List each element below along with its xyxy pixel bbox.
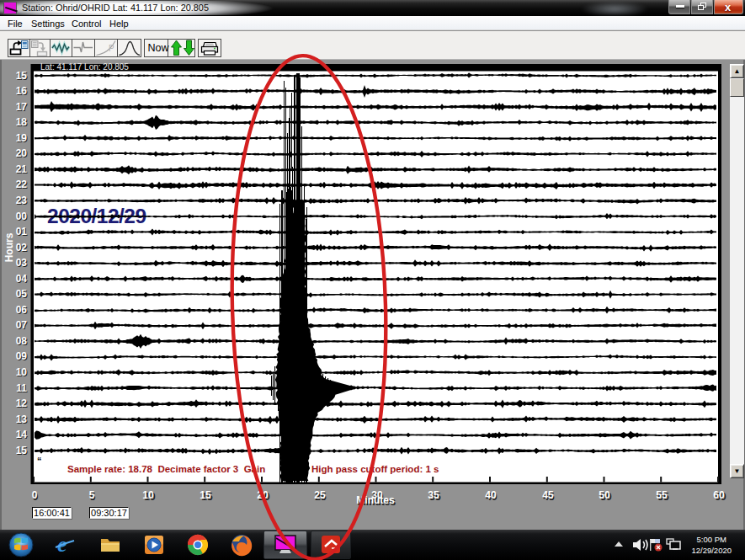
svg-text:Sample rate: 18.78 Decimate f: Sample rate: 18.78 Decimate factor 3 Gai… <box>67 464 265 474</box>
svg-text:Lat: 41.117 Lon: 20.805: Lat: 41.117 Lon: 20.805 <box>40 62 129 72</box>
svg-text:Minutes: Minutes <box>356 494 395 506</box>
svg-text:02: 02 <box>16 242 28 253</box>
svg-text:22: 22 <box>16 179 28 190</box>
svg-text:07: 07 <box>16 319 28 331</box>
svg-text:01: 01 <box>16 226 28 237</box>
svg-text:23: 23 <box>16 195 28 206</box>
svg-text:03: 03 <box>16 257 28 269</box>
svg-text:10: 10 <box>142 489 154 501</box>
svg-text:“: “ <box>37 456 42 466</box>
svg-text:17: 17 <box>16 101 28 113</box>
svg-text:15: 15 <box>16 445 28 456</box>
svg-text:45: 45 <box>542 489 554 501</box>
svg-text:15: 15 <box>200 489 211 501</box>
svg-text:18: 18 <box>16 116 28 128</box>
svg-text:High pass cutoff period: 1 s: High pass cutoff period: 1 s <box>311 464 439 474</box>
svg-text:50: 50 <box>599 489 610 501</box>
svg-text:08: 08 <box>16 335 28 347</box>
svg-text:15: 15 <box>16 70 28 82</box>
svg-text:19: 19 <box>16 132 28 144</box>
svg-text:40: 40 <box>485 489 497 501</box>
svg-text:12: 12 <box>16 397 28 409</box>
svg-text:05: 05 <box>16 288 28 300</box>
svg-text:25: 25 <box>314 489 326 501</box>
svg-text:21: 21 <box>16 163 28 175</box>
svg-text:20: 20 <box>16 147 28 159</box>
svg-text:11: 11 <box>16 382 27 394</box>
svg-text:09: 09 <box>16 350 28 362</box>
svg-text:60: 60 <box>713 489 725 501</box>
svg-text:55: 55 <box>656 489 668 501</box>
svg-text:00: 00 <box>16 211 28 222</box>
svg-text:14: 14 <box>16 429 28 440</box>
svg-text:04: 04 <box>16 273 28 285</box>
svg-text:10: 10 <box>16 366 28 378</box>
svg-text:06: 06 <box>16 304 28 316</box>
svg-text:0: 0 <box>32 489 38 501</box>
svg-text:13: 13 <box>16 413 28 425</box>
svg-text:20: 20 <box>257 489 269 501</box>
svg-text:5: 5 <box>89 489 95 501</box>
svg-text:16: 16 <box>16 85 28 97</box>
svg-text:35: 35 <box>428 489 439 501</box>
svg-text:Hours: Hours <box>3 232 15 262</box>
